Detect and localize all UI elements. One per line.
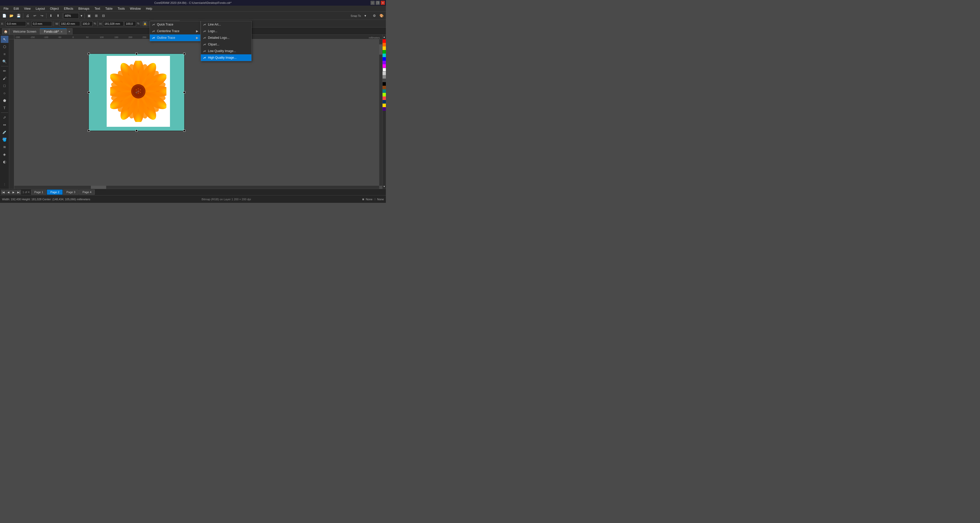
menu-bitmaps[interactable]: Bitmaps	[76, 6, 92, 11]
color-swatch-black[interactable]	[383, 82, 386, 86]
undo-button[interactable]: ↩	[32, 13, 38, 19]
export-button[interactable]: ⬆	[55, 13, 61, 19]
new-button[interactable]: 📄	[1, 13, 8, 19]
transparency-tool[interactable]: ◈	[1, 151, 8, 158]
page-first-button[interactable]: |◀	[1, 190, 6, 194]
color-swatch-navy[interactable]	[383, 100, 386, 103]
palette-scroll-up[interactable]: ▲	[383, 35, 386, 39]
menu-window[interactable]: Window	[127, 6, 143, 11]
color-swatch-white[interactable]	[383, 68, 386, 72]
flower-image[interactable]	[88, 53, 185, 131]
page-tab-4[interactable]: Page 4	[79, 189, 95, 195]
menu-layout[interactable]: Layout	[33, 6, 48, 11]
print-button[interactable]: 🖨	[24, 13, 31, 19]
view-button3[interactable]: ⊟	[100, 13, 107, 19]
close-button[interactable]: ✕	[381, 1, 385, 5]
clipart-item[interactable]: Clipart...	[201, 41, 251, 48]
handle-tm[interactable]	[135, 53, 138, 55]
menu-object[interactable]: Object	[48, 6, 62, 11]
handle-mr[interactable]	[183, 91, 185, 93]
blend-tool[interactable]: ≋	[1, 143, 8, 151]
color-swatch-yellow[interactable]	[383, 46, 386, 50]
centerline-trace-item[interactable]: Centerline Trace ▶	[150, 28, 200, 35]
handle-br[interactable]	[183, 130, 185, 132]
add-tab-button[interactable]: +	[66, 28, 73, 35]
color-swatch-cyan[interactable]	[383, 54, 386, 57]
page-tab-2[interactable]: Page 2	[47, 189, 62, 195]
line-art-item[interactable]: Line Art...	[201, 21, 251, 28]
more-tools[interactable]: ⋮	[1, 181, 8, 188]
home-tab[interactable]: 🏠	[2, 28, 9, 35]
menu-edit[interactable]: Edit	[11, 6, 21, 11]
y-value[interactable]: 0,0 mm	[32, 21, 52, 26]
pct2[interactable]: 100,0	[124, 21, 136, 26]
logo-item[interactable]: Logo...	[201, 28, 251, 35]
handle-bl[interactable]	[88, 130, 90, 132]
freehand-tool[interactable]: ✏	[1, 67, 8, 75]
zoom-value[interactable]: 46%	[64, 13, 79, 19]
save-button[interactable]: 💾	[15, 13, 22, 19]
menu-file[interactable]: File	[1, 6, 11, 11]
bottom-scrollbar[interactable]	[14, 186, 379, 189]
view-button1[interactable]: ▣	[86, 13, 92, 19]
page-tab-1[interactable]: Page 1	[31, 189, 47, 195]
palette-button[interactable]: 🎨	[378, 13, 385, 19]
minimize-button[interactable]: ─	[371, 1, 375, 5]
color-swatch-dgray[interactable]	[383, 79, 386, 82]
canvas-area[interactable]: millimeters -200 -150 -100 -50 0 50 100 …	[9, 35, 382, 189]
right-scrollbar[interactable]	[379, 39, 382, 186]
color-swatch-lgray[interactable]	[383, 72, 386, 75]
settings-button[interactable]: ⚙	[371, 13, 378, 19]
dimension-tool[interactable]: ⇔	[1, 121, 8, 128]
color-swatch-blue[interactable]	[383, 57, 386, 61]
eyedropper-tool[interactable]: 💉	[1, 129, 8, 136]
w-value[interactable]: 192,43 mm	[60, 21, 80, 26]
color-swatch-teal[interactable]	[383, 89, 386, 93]
menu-table[interactable]: Table	[103, 6, 115, 11]
menu-help[interactable]: Help	[143, 6, 155, 11]
lock-ratio-button[interactable]: 🔒	[143, 21, 147, 26]
palette-scroll-down[interactable]: ▼	[383, 184, 386, 189]
menu-effects[interactable]: Effects	[62, 6, 76, 11]
color-swatch-indigo[interactable]	[383, 107, 386, 111]
zoom-dropdown[interactable]: ▾	[80, 13, 83, 19]
bottom-scroll-thumb[interactable]	[91, 186, 106, 189]
handle-bm[interactable]	[135, 130, 138, 132]
node-tool[interactable]: ⬡	[1, 43, 8, 50]
handle-tr[interactable]	[183, 53, 185, 55]
polygon-tool[interactable]: ⬟	[1, 97, 8, 104]
outline-trace-item[interactable]: Outline Trace ▶	[150, 35, 200, 41]
color-swatch-gray[interactable]	[383, 75, 386, 79]
pct1[interactable]: 100,0	[81, 21, 93, 26]
color-swatch-green[interactable]	[383, 50, 386, 54]
color-swatch-purple[interactable]	[383, 61, 386, 64]
low-quality-image-item[interactable]: Low Quality Image...	[201, 48, 251, 54]
color-swatch-red[interactable]	[383, 39, 386, 43]
artistic-tool[interactable]: 🖌	[1, 75, 8, 82]
page-tab-3[interactable]: Page 3	[63, 189, 79, 195]
handle-tl[interactable]	[88, 53, 90, 55]
tab-welcome-screen[interactable]: Welcome Screen	[9, 28, 40, 35]
import-button[interactable]: ⬇	[48, 13, 54, 19]
crop-tool[interactable]: ⌗	[1, 51, 8, 58]
h-value[interactable]: 181,028 mm	[103, 21, 124, 26]
snap-dropdown[interactable]: ▾	[362, 13, 369, 19]
page-next-button[interactable]: ▶	[11, 190, 16, 194]
zoom-tool[interactable]: 🔍	[1, 58, 8, 65]
page-last-button[interactable]: ▶|	[16, 190, 21, 194]
menu-view[interactable]: View	[21, 6, 33, 11]
open-button[interactable]: 📂	[8, 13, 15, 19]
redo-button[interactable]: ↪	[38, 13, 45, 19]
color-swatch-brown[interactable]	[383, 86, 386, 89]
connector-tool[interactable]: ⬀	[1, 114, 8, 121]
color-swatch-lime[interactable]	[383, 93, 386, 97]
menu-text[interactable]: Text	[92, 6, 103, 11]
text-tool[interactable]: T	[1, 104, 8, 111]
ellipse-tool[interactable]: ○	[1, 89, 8, 97]
rect-tool[interactable]: □	[1, 82, 8, 89]
shadow-tool[interactable]: ◐	[1, 158, 8, 165]
x-value[interactable]: 0,0 mm	[6, 21, 26, 26]
color-swatch-pink[interactable]	[383, 64, 386, 68]
page-prev-button[interactable]: ◀	[6, 190, 11, 194]
tab-close-icon[interactable]: ✕	[60, 30, 62, 33]
